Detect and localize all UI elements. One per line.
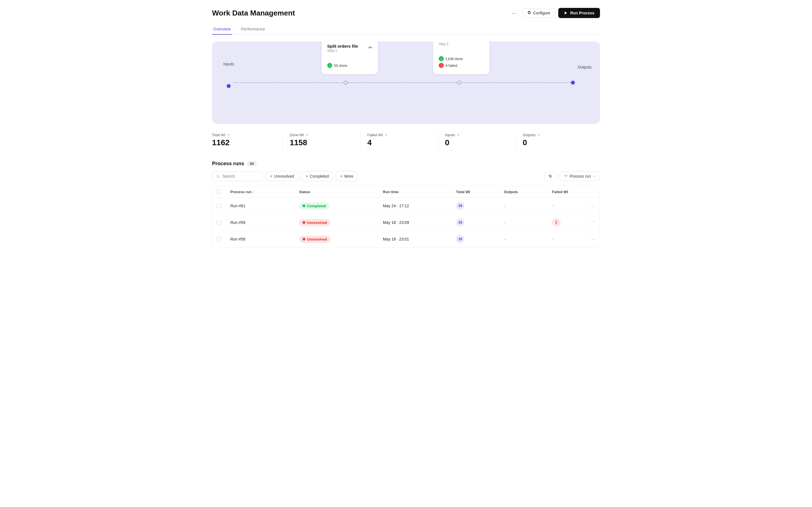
inputs-dot xyxy=(227,84,231,88)
select-all-checkbox-col xyxy=(212,186,226,198)
svg-marker-0 xyxy=(565,11,567,15)
cloud-icon-step1: ☁ xyxy=(367,44,372,50)
completed-filter-button[interactable]: + Completed xyxy=(301,171,333,181)
run-time-3: May 18 · 23:01 xyxy=(379,231,451,247)
filter-bar: + Unresolved + Completed + More Process … xyxy=(212,171,600,181)
run-name-2: Run #59 xyxy=(226,214,295,231)
run-status-1: Completed xyxy=(295,198,379,214)
outputs-3: – xyxy=(499,231,547,247)
header-actions: ··· Configure Run Process xyxy=(510,8,600,18)
status-dot-red-3 xyxy=(302,238,305,240)
run-process-button[interactable]: Run Process xyxy=(558,8,600,18)
filter-settings-button[interactable] xyxy=(544,172,557,181)
table-row: Run #58 Unresolved May 18 · 23:01 15 – – xyxy=(212,231,600,247)
process-runs-count: 50 xyxy=(247,161,256,166)
svg-point-5 xyxy=(549,175,549,175)
svg-point-7 xyxy=(550,177,550,177)
arrow-icon-failed[interactable]: ↗ xyxy=(385,133,387,137)
row-menu-1[interactable]: ··· xyxy=(591,203,595,209)
svg-point-6 xyxy=(549,176,550,176)
sort-icon xyxy=(564,174,568,178)
outputs-label: Outputs xyxy=(578,65,591,69)
run-time-1: May 24 · 17:12 xyxy=(379,198,451,214)
row-checkbox-2[interactable] xyxy=(217,220,221,225)
connector-node-2 xyxy=(457,81,461,84)
failed-wi-2: 1 ··· xyxy=(547,214,600,231)
arrow-icon-total[interactable]: ↗ xyxy=(227,133,230,137)
outputs-1: – xyxy=(499,198,547,214)
pipeline-diagram: Inputs Split orders file Step 1 xyxy=(212,42,600,124)
unresolved-filter-button[interactable]: + Unresolved xyxy=(266,171,298,181)
page-header: Work Data Management ··· Configure Run P… xyxy=(212,8,600,18)
line-step1-step2 xyxy=(348,82,457,83)
failed-icon: ! xyxy=(439,63,444,68)
sort-arrow-process-run: ↓ xyxy=(253,190,254,194)
total-wi-1: 15 xyxy=(451,198,499,214)
tabs: Overview Performance xyxy=(212,24,600,35)
select-all-checkbox[interactable] xyxy=(217,189,221,194)
outputs-dot xyxy=(571,81,575,84)
step2-stat-failed: ! 4 failed xyxy=(439,63,484,68)
row-checkbox-3[interactable] xyxy=(217,237,221,241)
failed-wi-3: – ··· xyxy=(547,231,600,247)
table-header-row: Process run ↓ Status Run time Total WI O… xyxy=(212,186,600,198)
sliders-icon xyxy=(549,174,553,178)
stat-total-wi: Total WI ↗ 1162 xyxy=(212,133,283,152)
total-wi-2: 15 xyxy=(451,214,499,231)
search-box xyxy=(212,171,263,181)
stat-outputs: Outputs ↗ 0 xyxy=(523,133,593,152)
search-icon xyxy=(216,174,220,178)
arrow-icon-done[interactable]: ↗ xyxy=(306,133,308,137)
step2-stat-done: ✓ 1108 done xyxy=(439,56,484,61)
run-name-3: Run #58 xyxy=(226,231,295,247)
chevron-down-icon xyxy=(592,175,596,178)
play-icon xyxy=(564,11,568,15)
page-title: Work Data Management xyxy=(212,9,295,17)
step2-card: Load and Process All Orders Step 2 ☁ ✓ 1… xyxy=(433,42,489,74)
row-checkbox-1[interactable] xyxy=(217,204,221,208)
arrow-icon-outputs[interactable]: ↗ xyxy=(537,133,540,137)
done-icon-2: ✓ xyxy=(439,56,444,61)
step1-stat-done: ✓ 50 done xyxy=(327,63,372,68)
sort-process-run-button[interactable]: Process run xyxy=(560,171,600,181)
process-runs-table: Process run ↓ Status Run time Total WI O… xyxy=(212,186,600,247)
row-menu-2[interactable]: ··· xyxy=(591,218,595,224)
step1-card: Split orders file Step 1 ☁ ✓ 50 done xyxy=(322,42,374,74)
done-icon: ✓ xyxy=(327,63,333,68)
run-time-2: May 18 · 23:09 xyxy=(379,214,451,231)
line-inputs-step1 xyxy=(234,82,344,83)
status-dot-green-1 xyxy=(302,205,305,207)
arrow-icon-inputs[interactable]: ↗ xyxy=(457,133,460,137)
svg-point-1 xyxy=(217,175,219,177)
stat-failed-wi: Failed WI ↗ 4 xyxy=(367,133,438,152)
row-menu-3[interactable]: ··· xyxy=(591,236,595,242)
run-status-3: Unresolved xyxy=(295,231,379,247)
status-dot-red-2 xyxy=(302,221,305,224)
tab-overview[interactable]: Overview xyxy=(212,24,232,35)
total-wi-3: 15 xyxy=(451,231,499,247)
more-filter-button[interactable]: + More xyxy=(336,171,357,181)
line-step2-outputs xyxy=(461,82,571,83)
table-row: Run #61 Completed May 24 · 17:12 15 – – xyxy=(212,198,600,214)
connector-node-1 xyxy=(344,81,348,84)
col-status: Status xyxy=(295,186,379,198)
process-runs-header: Process runs 50 xyxy=(212,161,600,167)
configure-button[interactable]: Configure xyxy=(522,8,555,18)
configure-icon xyxy=(527,11,531,15)
inputs-label: Inputs xyxy=(223,62,234,66)
summary-stats: Total WI ↗ 1162 Done WI ↗ 1158 Failed WI… xyxy=(212,133,600,152)
table-row: Run #59 Unresolved May 18 · 23:09 15 – 1 xyxy=(212,214,600,231)
col-process-run: Process run ↓ xyxy=(226,186,295,198)
col-total-wi: Total WI xyxy=(451,186,499,198)
search-input[interactable] xyxy=(223,174,256,178)
outputs-2: – xyxy=(499,214,547,231)
col-failed-wi: Failed WI xyxy=(547,186,600,198)
tab-performance[interactable]: Performance xyxy=(240,24,267,35)
run-status-2: Unresolved xyxy=(295,214,379,231)
process-runs-title: Process runs xyxy=(212,161,244,167)
stat-done-wi: Done WI ↗ 1158 xyxy=(290,133,360,152)
col-run-time: Run time xyxy=(379,186,451,198)
col-outputs: Outputs xyxy=(499,186,547,198)
more-options-button[interactable]: ··· xyxy=(510,9,519,17)
stat-inputs: Inputs ↗ 0 xyxy=(445,133,516,152)
